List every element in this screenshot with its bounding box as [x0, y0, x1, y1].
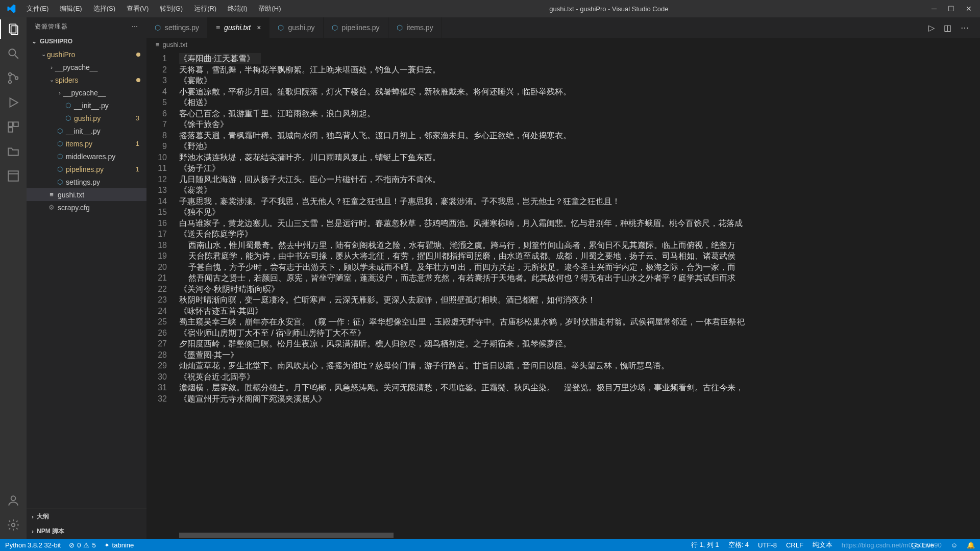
svg-marker-7 [10, 98, 18, 107]
menu-bar: 文件(E) 编辑(E) 选择(S) 查看(V) 转到(G) 运行(R) 终端(I… [21, 2, 286, 15]
gear-icon[interactable] [6, 517, 21, 533]
sidebar-more-icon[interactable]: ⋯ [132, 23, 138, 30]
tree-file[interactable]: ⬡settings.py [27, 176, 146, 188]
search-icon[interactable] [6, 46, 21, 61]
folder-icon[interactable] [6, 144, 21, 159]
status-position[interactable]: 行 1, 列 1 [691, 540, 719, 549]
file-type-icon: ⬡ [55, 140, 64, 147]
editor-tab[interactable]: ⬡items.py [388, 17, 442, 38]
window-title: gushi.txt - gushiPro - Visual Studio Cod… [286, 5, 932, 13]
status-language[interactable]: 纯文本 [813, 540, 832, 549]
tree-file[interactable]: ⬡gushi.py3 [27, 112, 146, 124]
maximize-icon[interactable]: ☐ [948, 5, 954, 13]
chevron-icon: ⌄ [40, 51, 47, 58]
file-type-icon: ⬡ [63, 114, 72, 122]
tree-file[interactable]: ⬡pipelines.py1 [27, 163, 146, 176]
file-tree: ⌄gushiPro›__pycache__⌄spiders›__pycache_… [27, 47, 146, 218]
warning-icon: ⚠ [83, 541, 89, 549]
editor-tab[interactable]: ⬡pipelines.py [324, 17, 388, 38]
tree-file[interactable]: ⬡middlewares.py [27, 150, 146, 163]
file-type-icon: ⬡ [55, 127, 64, 135]
tree-label: __pycache__ [63, 89, 106, 97]
problems-badge: 1 [136, 140, 139, 147]
menu-go[interactable]: 转到(G) [155, 2, 188, 15]
file-type-icon: ⬡ [55, 165, 64, 173]
breadcrumb-file: gushi.txt [163, 41, 187, 48]
tree-label: pipelines.py [66, 165, 104, 173]
status-problems[interactable]: ⊘0 ⚠5 [69, 541, 95, 549]
horizontal-scrollbar[interactable] [179, 533, 980, 539]
file-type-icon: ≡ [216, 23, 220, 32]
status-tabnine[interactable]: ✦tabnine [104, 541, 134, 549]
source-control-icon[interactable] [6, 70, 21, 86]
explorer-icon[interactable] [6, 21, 21, 37]
tab-label: gushi.py [288, 23, 314, 32]
tree-label: gushiPro [47, 51, 75, 59]
menu-selection[interactable]: 选择(S) [88, 2, 120, 15]
chevron-icon: › [56, 90, 63, 96]
editor-area: ⬡settings.py≡gushi.txt×⬡gushi.py⬡pipelin… [146, 17, 980, 539]
editor-tab[interactable]: ⬡gushi.py [270, 17, 323, 38]
run-icon[interactable]: ▷ [928, 23, 935, 33]
tree-folder[interactable]: ›__pycache__ [27, 86, 146, 99]
file-type-icon: ⬡ [63, 102, 72, 109]
menu-run[interactable]: 运行(R) [189, 2, 222, 15]
tree-file[interactable]: ⚙scrapy.cfg [27, 201, 146, 214]
svg-point-4 [9, 73, 11, 76]
tree-label: items.py [66, 140, 92, 148]
chevron-down-icon: ⌄ [32, 38, 37, 45]
tree-folder[interactable]: ›__pycache__ [27, 61, 146, 73]
preview-icon[interactable] [6, 168, 21, 184]
explorer-sidebar: 资源管理器 ⋯ ⌄GUSHIPRO ⌄gushiPro›__pycache__⌄… [27, 17, 146, 539]
minimize-icon[interactable]: ─ [932, 5, 937, 13]
tree-file[interactable]: ≡gushi.txt [27, 188, 146, 201]
tree-folder[interactable]: ⌄spiders [27, 73, 146, 86]
tree-file[interactable]: ⬡__init__.py [27, 99, 146, 112]
editor-more-icon[interactable]: ⋯ [961, 23, 969, 33]
tree-file[interactable]: ⬡__init__.py [27, 124, 146, 137]
tab-label: pipelines.py [342, 23, 380, 32]
status-encoding[interactable]: UTF-8 [758, 541, 777, 549]
status-spaces[interactable]: 空格: 4 [728, 540, 749, 549]
error-icon: ⊘ [69, 541, 75, 549]
status-python[interactable]: Python 3.8.2 32-bit [5, 541, 61, 549]
svg-point-5 [9, 81, 11, 83]
scrollbar-thumb[interactable] [179, 533, 394, 538]
editor-tabs: ⬡settings.py≡gushi.txt×⬡gushi.py⬡pipelin… [146, 17, 980, 38]
file-type-icon: ⬡ [397, 23, 403, 32]
status-bell-icon[interactable]: 🔔 [967, 541, 975, 549]
menu-terminal[interactable]: 终端(I) [223, 2, 252, 15]
tree-folder[interactable]: ⌄gushiPro [27, 48, 146, 61]
status-eol[interactable]: CRLF [786, 541, 803, 549]
code-content[interactable]: 《寿阳曲·江天暮雪》 天将暮，雪乱舞，半梅花半飘柳絮。江上晚来堪画处，钓鱼人一蓑… [175, 51, 980, 533]
problems-badge: 1 [136, 165, 139, 173]
menu-edit[interactable]: 编辑(E) [55, 2, 87, 15]
menu-file[interactable]: 文件(E) [21, 2, 54, 15]
run-debug-icon[interactable] [6, 95, 21, 110]
chevron-right-icon: › [32, 513, 34, 520]
tab-close-icon[interactable]: × [257, 23, 261, 32]
editor-tab[interactable]: ≡gushi.txt× [208, 17, 270, 38]
menu-view[interactable]: 查看(V) [121, 2, 154, 15]
menu-help[interactable]: 帮助(H) [253, 2, 286, 15]
project-root[interactable]: ⌄GUSHIPRO [27, 36, 146, 47]
file-type-icon: ⬡ [155, 23, 161, 32]
chevron-right-icon: › [32, 528, 34, 535]
npm-section[interactable]: ›NPM 脚本 [27, 524, 146, 539]
tree-file[interactable]: ⬡items.py1 [27, 137, 146, 150]
editor-tab[interactable]: ⬡settings.py [146, 17, 208, 38]
file-type-icon: ≡ [47, 191, 56, 198]
tree-label: __init__.py [66, 127, 101, 135]
status-golive[interactable]: Go Live [909, 541, 934, 549]
account-icon[interactable] [6, 493, 21, 508]
split-editor-icon[interactable]: ◫ [944, 23, 951, 33]
sidebar-title: 资源管理器 [35, 22, 68, 31]
close-icon[interactable]: ✕ [966, 5, 972, 13]
breadcrumb[interactable]: ≡ gushi.txt [146, 38, 980, 51]
status-feedback-icon[interactable]: ☺ [951, 541, 958, 549]
code-editor[interactable]: 1 2 3 4 5 6 7 8 9 10 11 12 13 14 15 16 1… [146, 51, 980, 533]
file-type-icon: ⚙ [47, 204, 56, 211]
extensions-icon[interactable] [6, 119, 21, 135]
outline-section[interactable]: ›大纲 [27, 509, 146, 524]
tree-label: gushi.txt [58, 191, 84, 199]
